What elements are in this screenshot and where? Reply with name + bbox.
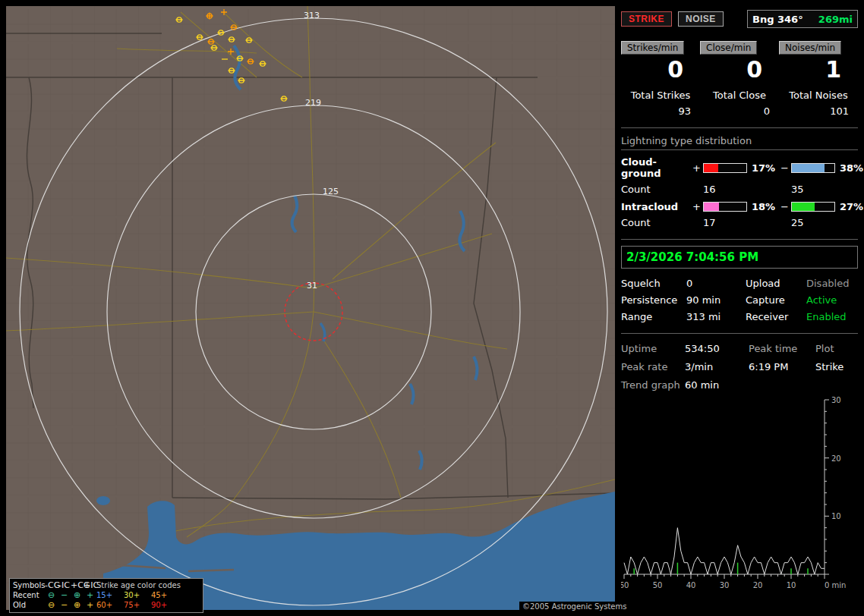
recent-pos-ic-icon: + — [84, 590, 96, 600]
cg-positive-pct: 17% — [749, 162, 780, 174]
legend-col-pos-cg: +CG — [71, 580, 84, 590]
copyright-credit: ©2005 Astrogenic Systems — [519, 602, 629, 611]
range-label: Range — [621, 311, 686, 322]
persistence-label: Persistence — [621, 294, 686, 306]
close-per-min-value: 0 — [700, 56, 779, 85]
minus-sign: − — [780, 162, 791, 174]
total-strikes-value: 93 — [621, 105, 700, 117]
capture-status: Active — [806, 294, 858, 306]
peak-rate-label: Peak rate — [621, 361, 685, 372]
svg-text:60: 60 — [621, 581, 629, 589]
old-neg-ic-icon: − — [58, 600, 71, 610]
receiver-label: Receiver — [746, 311, 806, 322]
svg-text:50: 50 — [653, 581, 663, 589]
ic-negative-bar — [791, 202, 835, 212]
trend-graph-label: Trend graph — [621, 379, 685, 391]
total-close-value: 0 — [700, 105, 779, 117]
distribution-title: Lightning type distribution — [621, 135, 858, 150]
close-per-min-label: Close/min — [700, 41, 757, 55]
svg-text:10: 10 — [787, 581, 796, 589]
age-30: 30+ — [124, 590, 151, 600]
peak-time-label: Peak time — [749, 343, 815, 354]
svg-text:30: 30 — [831, 396, 841, 404]
squelch-value: 0 — [686, 278, 746, 289]
svg-text:10: 10 — [831, 512, 841, 520]
age-60: 60+ — [96, 600, 124, 610]
mode-toolbar: STRIKE NOISE Bng 346° 269mi — [621, 9, 858, 29]
old-neg-cg-icon: ⊖ — [45, 600, 58, 610]
strike-mode-button[interactable]: STRIKE — [621, 11, 672, 27]
strikes-per-min-value: 0 — [621, 56, 700, 85]
app-window: 31321912531 Symbols -CG -IC +CG +IC Stri… — [0, 0, 864, 616]
age-90: 90+ — [151, 600, 178, 610]
status-grid: Squelch 0 Upload Disabled Persistence 90… — [621, 278, 858, 322]
bearing-distance: 269mi — [818, 14, 853, 25]
plot-value: Strike — [815, 361, 858, 372]
recent-neg-cg-icon: ⊖ — [45, 590, 58, 600]
range-value: 313 mi — [686, 311, 746, 322]
svg-text:20: 20 — [753, 581, 763, 589]
noise-mode-button[interactable]: NOISE — [678, 11, 724, 27]
legend-age-header: Strike age color codes — [96, 580, 178, 590]
trend-graph-canvas: 3020106050403020100 min — [621, 394, 858, 600]
side-panel: STRIKE NOISE Bng 346° 269mi Strikes/min … — [621, 6, 858, 610]
total-noises-value: 101 — [779, 105, 858, 117]
legend-col-pos-ic: +IC — [84, 580, 96, 590]
svg-text:0 min: 0 min — [825, 581, 846, 589]
cloud-ground-row: Cloud-ground + 17% − 38% — [621, 156, 858, 179]
bearing-readout: Bng 346° 269mi — [747, 10, 858, 28]
uptime-label: Uptime — [621, 343, 685, 354]
receiver-status: Enabled — [806, 311, 858, 322]
total-close-label: Total Close — [700, 90, 779, 101]
age-75: 75+ — [124, 600, 151, 610]
divider — [621, 239, 858, 240]
divider — [621, 127, 858, 128]
cg-negative-bar — [791, 163, 835, 173]
uptime-value: 534:50 — [685, 343, 749, 354]
cg-positive-count: 16 — [703, 184, 749, 195]
ic-negative-pct: 27% — [837, 201, 864, 212]
legend-symbols-header: Symbols — [13, 580, 45, 590]
upload-status: Disabled — [806, 278, 858, 289]
plot-label: Plot — [815, 343, 858, 354]
legend-row-old: Old ⊖ − ⊕ + 60+ 75+ 90+ — [13, 600, 200, 610]
old-pos-cg-icon: ⊕ — [71, 600, 84, 610]
svg-text:31: 31 — [307, 281, 317, 291]
noises-per-min-label: Noises/min — [779, 41, 841, 55]
stats-grid: Uptime 534:50 Peak time Plot Peak rate 3… — [621, 343, 858, 391]
peak-rate-value: 3/min — [685, 361, 749, 372]
capture-label: Capture — [746, 294, 806, 306]
svg-text:40: 40 — [686, 581, 696, 589]
map-legend: Symbols -CG -IC +CG +IC Strike age color… — [9, 578, 203, 613]
ic-positive-pct: 18% — [749, 201, 780, 212]
plus-sign: + — [692, 201, 703, 212]
age-15: 15+ — [96, 590, 124, 600]
bearing-label: Bng 346° — [752, 14, 803, 25]
legend-row-recent: Recent ⊖ − ⊕ + 15+ 30+ 45+ — [13, 590, 200, 600]
minus-sign: − — [780, 201, 791, 212]
cg-positive-bar — [703, 163, 747, 173]
age-45: 45+ — [151, 590, 178, 600]
ic-positive-count: 17 — [703, 217, 749, 228]
cloud-ground-count-row: Count 16 35 — [621, 184, 858, 195]
trend-graph: 3020106050403020100 min — [621, 394, 858, 602]
legend-col-neg-ic: -IC — [58, 580, 71, 590]
svg-text:30: 30 — [720, 581, 730, 589]
persistence-value: 90 min — [686, 294, 746, 306]
old-pos-ic-icon: + — [84, 600, 96, 610]
cg-negative-count: 35 — [791, 184, 837, 195]
upload-label: Upload — [746, 278, 806, 289]
svg-text:20: 20 — [831, 454, 841, 463]
divider — [621, 333, 858, 334]
rate-counters: Strikes/min Close/min Noises/min 0 0 1 T… — [621, 41, 858, 117]
plus-sign: + — [692, 162, 703, 174]
cg-negative-pct: 38% — [837, 162, 864, 174]
ic-negative-count: 25 — [791, 217, 837, 228]
intracloud-count-row: Count 17 25 — [621, 217, 858, 228]
strikes-per-min-label: Strikes/min — [621, 41, 684, 55]
peak-time-value: 6:19 PM — [749, 361, 815, 372]
map-view[interactable]: 31321912531 — [6, 6, 615, 610]
svg-text:219: 219 — [305, 98, 321, 108]
svg-text:313: 313 — [304, 11, 320, 20]
trend-graph-value: 60 min — [685, 379, 749, 391]
